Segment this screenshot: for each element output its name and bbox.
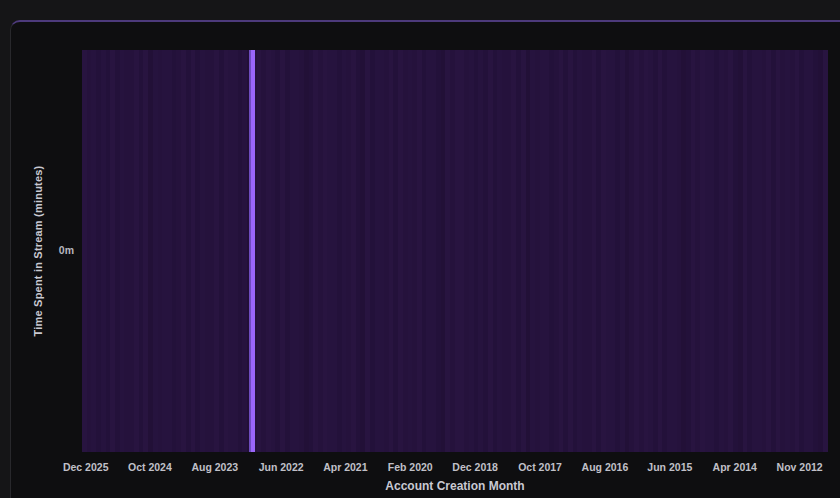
x-axis-tick: Aug 2016 <box>582 461 629 473</box>
chart-page: Time Spent in Stream (minutes) 0m Dec 20… <box>0 0 840 498</box>
x-axis-tick: Feb 2020 <box>388 461 433 473</box>
x-axis-tick: Apr 2021 <box>323 461 367 473</box>
heatmap-columns <box>82 50 828 452</box>
x-axis-tick: Jun 2015 <box>647 461 692 473</box>
x-axis-tick: Jun 2022 <box>259 461 304 473</box>
heatmap-plot-area[interactable] <box>82 50 828 452</box>
x-axis-ticks: Dec 2025Oct 2024Aug 2023Jun 2022Apr 2021… <box>82 461 828 477</box>
heatmap-highlight-column[interactable] <box>249 50 255 452</box>
y-axis-tick-0m: 0m <box>0 244 74 256</box>
x-axis-tick: Nov 2012 <box>777 461 823 473</box>
x-axis-tick: Apr 2014 <box>713 461 757 473</box>
x-axis-title: Account Creation Month <box>82 479 828 493</box>
x-axis-tick: Dec 2025 <box>63 461 109 473</box>
x-axis-tick: Oct 2017 <box>518 461 562 473</box>
x-axis-tick: Dec 2018 <box>452 461 498 473</box>
heatmap-column <box>823 50 828 452</box>
x-axis-tick: Oct 2024 <box>128 461 172 473</box>
x-axis-tick: Aug 2023 <box>191 461 238 473</box>
